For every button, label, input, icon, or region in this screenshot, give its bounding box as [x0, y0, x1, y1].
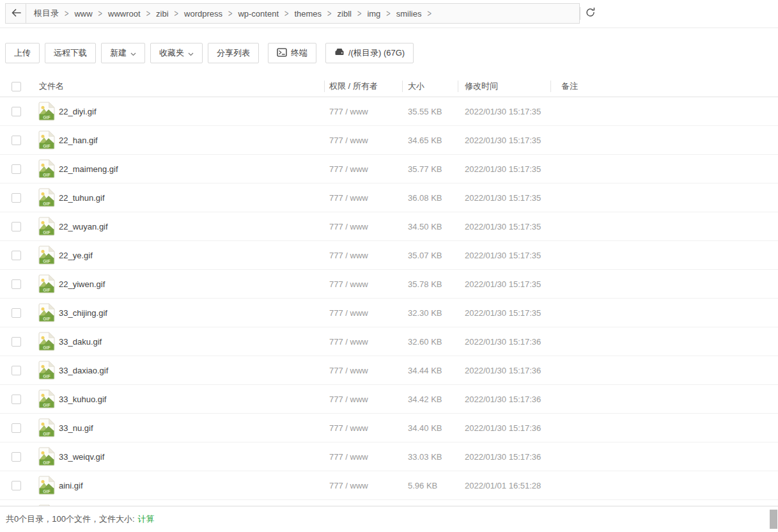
table-row[interactable]: GIF 22_han.gif 777 / www 34.65 KB 2022/0… [0, 126, 778, 155]
breadcrumb-separator: > [228, 9, 232, 19]
breadcrumb-item[interactable]: 根目录 [34, 8, 59, 19]
gif-file-icon: GIF [38, 303, 55, 322]
disk-root-button-label: /(根目录) (67G) [348, 47, 405, 59]
row-checkbox[interactable] [12, 481, 21, 490]
file-permission: 777 / www [325, 337, 403, 347]
breadcrumb-item[interactable]: wp-content [238, 9, 279, 19]
table-row[interactable]: GIF 22_maimeng.gif 777 / www 35.77 KB 20… [0, 155, 778, 184]
breadcrumb-item[interactable]: wwwroot [108, 9, 141, 19]
terminal-button[interactable]: 终端 [268, 43, 316, 63]
row-checkbox[interactable] [12, 164, 21, 174]
file-name[interactable]: 33_daxiao.gif [59, 366, 325, 375]
row-checkbox[interactable] [12, 193, 21, 203]
file-size: 32.60 KB [403, 337, 458, 347]
row-checkbox[interactable] [12, 136, 21, 145]
compute-size-link[interactable]: 计算 [138, 513, 155, 525]
file-mtime: 2022/01/30 15:17:35 [458, 164, 551, 174]
row-checkbox[interactable] [12, 423, 21, 433]
file-name[interactable]: 33_weiqv.gif [59, 452, 325, 462]
terminal-button-label: 终端 [291, 47, 307, 59]
vertical-scrollbar-thumb[interactable] [770, 510, 777, 529]
gif-file-icon: GIF [38, 159, 55, 178]
column-header-mtime[interactable]: 修改时间 [458, 81, 550, 92]
file-name[interactable]: 33_chijing.gif [59, 308, 325, 318]
file-permission: 777 / www [325, 107, 403, 116]
table-row[interactable]: GIF 22_ye.gif 777 / www 35.07 KB 2022/01… [0, 241, 778, 270]
file-type-badge: GIF [43, 288, 50, 292]
file-type-badge: GIF [43, 489, 50, 494]
file-size: 34.44 KB [403, 366, 458, 375]
new-button[interactable]: 新建 [101, 43, 145, 63]
row-checkbox[interactable] [12, 366, 21, 375]
table-row[interactable]: GIF 33_daku.gif 777 / www 32.60 KB 2022/… [0, 327, 778, 356]
upload-button[interactable]: 上传 [5, 43, 40, 63]
table-row[interactable]: GIF 33_weiqv.gif 777 / www 33.03 KB 2022… [0, 442, 778, 471]
breadcrumb-item[interactable]: zibll [338, 9, 352, 19]
row-checkbox[interactable] [12, 452, 21, 462]
file-name[interactable]: 33_nu.gif [59, 423, 325, 433]
file-name[interactable]: 22_tuhun.gif [59, 193, 325, 203]
gif-file-icon: GIF [38, 389, 55, 409]
row-checkbox[interactable] [12, 251, 21, 260]
breadcrumb-item[interactable]: wordpress [184, 9, 222, 19]
file-size: 34.50 KB [403, 222, 458, 231]
file-name[interactable]: 22_yiwen.gif [59, 279, 325, 289]
favorites-button[interactable]: 收藏夹 [150, 43, 203, 63]
row-checkbox[interactable] [12, 279, 21, 289]
row-checkbox[interactable] [12, 222, 21, 231]
disk-root-button[interactable]: /(根目录) (67G) [325, 43, 414, 63]
table-row[interactable]: GIF 33_daxiao.gif 777 / www 34.44 KB 202… [0, 356, 778, 385]
row-checkbox[interactable] [12, 308, 21, 318]
file-size: 35.77 KB [403, 164, 458, 174]
file-permission: 777 / www [325, 279, 403, 289]
table-row[interactable]: GIF aini.gif 777 / www 5.96 KB 2022/01/0… [0, 471, 778, 500]
row-checkbox[interactable] [12, 337, 21, 347]
file-name[interactable]: 22_diyi.gif [59, 107, 325, 116]
back-button[interactable] [6, 4, 26, 23]
file-mtime: 2022/01/30 15:17:36 [458, 366, 551, 375]
file-size: 35.07 KB [403, 251, 458, 260]
column-header-size[interactable]: 大小 [402, 81, 458, 92]
table-row[interactable]: GIF 33_chijing.gif 777 / www 32.30 KB 20… [0, 299, 778, 327]
table-row[interactable]: GIF 33_kuhuo.gif 777 / www 34.42 KB 2022… [0, 385, 778, 414]
breadcrumb-item[interactable]: zibi [156, 9, 169, 19]
share-list-button[interactable]: 分享列表 [208, 43, 259, 63]
file-name[interactable]: 22_wuyan.gif [59, 222, 325, 231]
table-row[interactable]: GIF 22_wuyan.gif 777 / www 34.50 KB 2022… [0, 212, 778, 241]
breadcrumb-item[interactable]: smilies [396, 9, 422, 19]
breadcrumb-item[interactable]: img [367, 9, 380, 19]
file-name[interactable]: 22_han.gif [59, 136, 325, 145]
breadcrumb-item[interactable]: themes [294, 9, 322, 19]
top-navigation-bar: 根目录>www>wwwroot>zibi>wordpress>wp-conten… [0, 0, 778, 28]
breadcrumb-item[interactable]: www [74, 9, 92, 19]
column-header-filename[interactable]: 文件名 [21, 81, 324, 92]
file-name[interactable]: 22_maimeng.gif [59, 164, 325, 174]
file-size: 35.55 KB [403, 107, 458, 116]
table-row[interactable]: GIF 33_nu.gif 777 / www 34.40 KB 2022/01… [0, 414, 778, 442]
file-mtime: 2022/01/30 15:17:35 [458, 251, 551, 260]
refresh-button[interactable] [580, 7, 600, 20]
select-all-checkbox[interactable] [12, 82, 21, 91]
table-row[interactable]: GIF 22_yiwen.gif 777 / www 35.78 KB 2022… [0, 270, 778, 299]
file-size: 32.30 KB [403, 308, 458, 318]
remote-download-button[interactable]: 远程下载 [45, 43, 96, 63]
file-size: 34.65 KB [403, 136, 458, 145]
share-list-button-label: 分享列表 [217, 47, 250, 59]
table-row[interactable]: GIF 22_diyi.gif 777 / www 35.55 KB 2022/… [0, 97, 778, 126]
gif-file-icon: GIF [38, 361, 55, 380]
file-name[interactable]: 22_ye.gif [59, 251, 325, 260]
file-name[interactable]: 33_kuhuo.gif [59, 395, 325, 404]
file-name[interactable]: aini.gif [59, 481, 325, 490]
file-name[interactable]: 33_daku.gif [59, 337, 325, 347]
column-header-permission[interactable]: 权限 / 所有者 [324, 81, 402, 92]
row-checkbox[interactable] [12, 395, 21, 404]
file-type-badge: GIF [43, 432, 50, 436]
table-row[interactable]: GIF 22_tuhun.gif 777 / www 36.08 KB 2022… [0, 184, 778, 212]
file-type-badge: GIF [43, 403, 50, 407]
file-size: 34.42 KB [403, 395, 458, 404]
file-permission: 777 / www [325, 222, 403, 231]
row-checkbox[interactable] [12, 107, 21, 116]
file-permission: 777 / www [325, 452, 403, 462]
column-header-note[interactable]: 备注 [550, 81, 778, 92]
gif-file-icon: GIF [38, 217, 55, 236]
